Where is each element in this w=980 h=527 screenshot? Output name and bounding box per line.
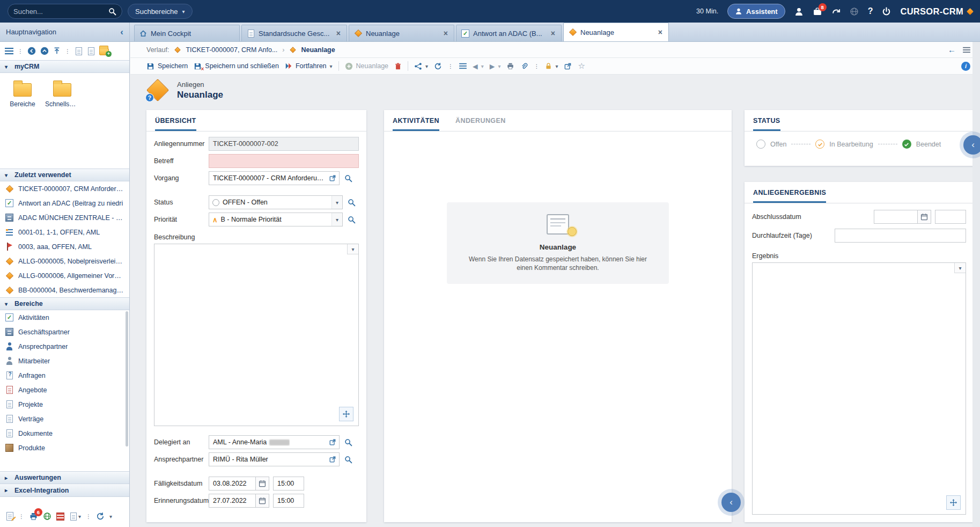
save-button[interactable]: Speichern — [146, 62, 188, 70]
section-header-mycrm[interactable]: ▾ myCRM — [0, 60, 129, 73]
help-icon[interactable]: ? — [868, 6, 873, 16]
compose-note-icon[interactable] — [5, 512, 14, 521]
assistant-button[interactable]: Assistent — [727, 4, 785, 19]
chevron-down-icon[interactable]: ▾ — [347, 244, 358, 254]
search-icon[interactable] — [348, 199, 356, 207]
recent-item[interactable]: ADAC MÜNCHEN ZENTRALE - INTE — [0, 210, 129, 225]
lock-icon[interactable]: ▾ — [545, 62, 558, 70]
recent-item[interactable]: ALLG-0000005, Nobelpreisverleihur — [0, 254, 129, 268]
due-time-input[interactable] — [273, 477, 304, 491]
web-globe-icon[interactable] — [43, 512, 51, 521]
nav-back-circle-icon[interactable] — [27, 47, 36, 55]
recent-item[interactable]: ALLG-0000006, Allgemeiner Vorgan — [0, 268, 129, 283]
save-and-close-button[interactable]: × Speichern und schließen — [194, 62, 279, 70]
search-icon[interactable] — [344, 456, 352, 464]
search-icon[interactable] — [344, 174, 352, 182]
recent-item[interactable]: 0003, aaa, OFFEN, AML — [0, 239, 129, 254]
sidebar-item-produkte[interactable]: Produkte — [0, 441, 129, 455]
nav-next-button[interactable]: ▶ ▾ — [490, 62, 501, 70]
close-icon[interactable]: × — [443, 29, 449, 38]
delete-icon[interactable] — [394, 62, 402, 70]
recent-item[interactable]: 0001-01, 1-1, OFFEN, AML — [0, 225, 129, 239]
reminder-time-input[interactable] — [273, 494, 304, 508]
due-date-input[interactable] — [209, 477, 256, 491]
section-header-excel[interactable]: ▸ Excel-Integration — [0, 484, 129, 497]
globe-icon[interactable] — [850, 7, 859, 16]
search-areas-dropdown[interactable]: Suchbereiche ▾ — [128, 4, 193, 19]
durchlaufzeit-input[interactable] — [835, 229, 966, 243]
close-icon[interactable]: × — [657, 28, 664, 36]
recent-item[interactable]: BB-0000004, Beschwerdemanagem — [0, 283, 129, 297]
betreff-field[interactable] — [209, 154, 359, 168]
nav-previous-button[interactable]: ◀ ▾ — [473, 62, 484, 70]
document-icon[interactable] — [76, 47, 82, 55]
sidebar-item-anfragen[interactable]: Anfragen — [0, 368, 129, 383]
print-icon[interactable] — [506, 62, 514, 70]
history-back-icon[interactable]: ← — [948, 45, 956, 54]
tab-uebersicht[interactable]: ÜBERSICHT — [155, 110, 196, 131]
close-icon[interactable]: × — [550, 29, 556, 38]
reminder-date-input[interactable] — [209, 494, 256, 508]
copy-document-icon[interactable] — [88, 47, 94, 55]
sidebar-item-ansprechpartner[interactable]: Ansprechpartner — [0, 339, 129, 354]
vorgang-field[interactable]: TICKET-0000007 - CRM Anforderung TICK... — [209, 171, 340, 185]
breadcrumb-item-ticket[interactable]: TICKET-0000007, CRM Anfo... — [186, 46, 277, 54]
continue-button[interactable]: Fortfahren ▾ — [285, 62, 333, 70]
chevron-down-icon[interactable]: ▾ — [331, 213, 342, 226]
chevron-down-icon[interactable]: ▾ — [331, 196, 342, 209]
sidebar-item-vertraege[interactable]: Verträge — [0, 412, 129, 426]
move-resize-icon[interactable] — [339, 407, 353, 421]
sidebar-folder-bereiche[interactable]: Bereiche — [4, 79, 41, 108]
list-menu-icon[interactable] — [459, 63, 467, 69]
recent-item[interactable]: Antwort an ADAC (Beitrag zu niedri — [0, 196, 129, 210]
share-icon[interactable]: ▾ — [414, 62, 428, 70]
user-icon[interactable] — [794, 7, 804, 16]
open-record-icon[interactable] — [329, 174, 336, 182]
tab-neuanlage-1[interactable]: Neuanlage × — [349, 25, 454, 41]
abschluss-time-input[interactable] — [935, 210, 966, 224]
collapse-activities-panel-handle[interactable]: ‹ — [721, 493, 741, 512]
ergebnis-textarea[interactable]: ▾ — [752, 262, 966, 515]
tab-aktivitaeten[interactable]: AKTIVITÄTEN — [393, 110, 439, 131]
recent-item[interactable]: TICKET-0000007, CRM Anforderung — [0, 181, 129, 196]
sidebar-folder-schnellsuche[interactable]: Schnellsuc... — [44, 79, 80, 108]
new-folder-icon[interactable]: + — [99, 47, 109, 55]
section-header-auswertungen[interactable]: ▸ Auswertungen — [0, 471, 129, 484]
sidebar-item-projekte[interactable]: Projekte — [0, 397, 129, 412]
menu-icon[interactable] — [5, 47, 13, 55]
search-icon[interactable] — [344, 438, 352, 447]
calendar-icon[interactable] — [256, 494, 269, 508]
refresh-icon[interactable] — [434, 62, 442, 70]
arrow-up-icon[interactable] — [53, 47, 61, 55]
sidebar-item-angebote[interactable]: Angebote — [0, 383, 129, 397]
history-menu-icon[interactable] — [963, 47, 970, 53]
redo-icon[interactable] — [831, 7, 841, 16]
priority-select[interactable]: ∧ B - Normale Priorität ▾ — [209, 213, 343, 226]
section-header-recent[interactable]: ▾ Zuletzt verwendet — [0, 169, 129, 181]
tab-standardsuche[interactable]: Standardsuche Gesc... × — [241, 25, 347, 41]
search-input[interactable] — [13, 8, 105, 16]
tab-antwort-adac[interactable]: Antwort an ADAC (B... × — [456, 25, 562, 41]
collapse-right-panel-handle[interactable]: ‹ — [963, 135, 980, 155]
close-icon[interactable]: × — [335, 29, 342, 38]
tab-mein-cockpit[interactable]: Mein Cockpit — [134, 25, 240, 41]
sync-icon[interactable] — [96, 512, 105, 521]
search-icon[interactable] — [348, 216, 356, 224]
print-icon[interactable]: 6 — [29, 512, 38, 521]
search-icon[interactable] — [108, 8, 116, 16]
briefcase-icon[interactable]: 8 — [813, 7, 822, 16]
global-search[interactable] — [8, 4, 122, 19]
attachment-icon[interactable] — [520, 62, 528, 70]
open-record-icon[interactable] — [329, 438, 336, 446]
favorite-star-icon[interactable]: ☆ — [578, 61, 585, 71]
calendar-icon[interactable] — [918, 210, 931, 224]
tab-anliegenergebnis[interactable]: ANLIEGENERGEBNIS — [753, 182, 826, 203]
sidebar-item-aktivitaeten[interactable]: Aktivitäten — [0, 310, 129, 325]
sidebar-item-geschaeftspartner[interactable]: Geschäftspartner — [0, 325, 129, 339]
chevron-down-icon[interactable]: ▾ — [330, 63, 333, 69]
section-header-areas[interactable]: ▾ Bereiche — [0, 297, 129, 310]
open-record-icon[interactable] — [329, 456, 336, 463]
beschreibung-textarea[interactable]: ▾ — [154, 244, 359, 426]
report-doc-icon[interactable]: ▾ — [69, 513, 81, 521]
calendar-icon[interactable] — [256, 477, 269, 491]
